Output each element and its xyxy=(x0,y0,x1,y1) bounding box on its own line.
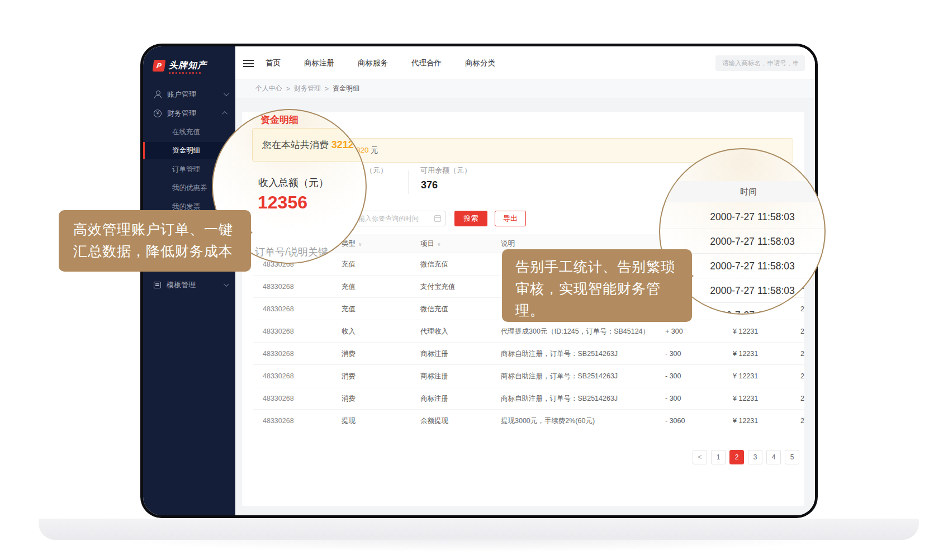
sidebar-nav: 账户管理 财务管理 在线充值 资金明细 订单管理 我的优惠券 我的发票 xyxy=(143,46,235,515)
table-row: 48330268 消费 商标注册 商标自助注册，订单号：SB2514263J -… xyxy=(253,387,804,409)
breadcrumb-finance[interactable]: 财务管理 xyxy=(294,84,321,93)
export-button[interactable]: 导出 xyxy=(495,211,526,226)
callout-right-tooltip: 告别手工统计、告别繁琐审核，实现智能财务管理。 xyxy=(502,249,692,322)
breadcrumb-current: 资金明细 xyxy=(333,84,359,93)
nav-item-home[interactable]: 首页 xyxy=(262,58,284,68)
table-row: 48330268 消费 商标注册 商标自助注册，订单号：SB2514263J -… xyxy=(253,342,804,364)
pagination-page-4[interactable]: 4 xyxy=(766,450,781,464)
header-item: 项目 xyxy=(420,239,441,248)
header-desc: 说明 xyxy=(501,239,515,248)
sidebar-item-finance[interactable]: 财务管理 xyxy=(143,105,235,122)
notice-unit: 元 xyxy=(371,146,378,154)
magnified-time-row: 2000-7-27 11:58:03 xyxy=(660,205,824,229)
table-row: 48330268 消费 商标注册 商标自助注册，订单号：SB2514263J -… xyxy=(253,364,804,387)
sidebar: 头牌知产 账户管理 财务管理 在线充值 资金明细 xyxy=(143,46,235,515)
chevron-up-icon xyxy=(222,111,227,117)
stat-balance-value: 376 xyxy=(421,179,438,191)
pagination: < 1 2 3 4 5 xyxy=(693,450,799,464)
laptop-base xyxy=(39,519,919,540)
pagination-page-1[interactable]: 1 xyxy=(711,450,726,464)
chevron-down-icon xyxy=(224,281,229,287)
sidebar-item-online-recharge[interactable]: 在线充值 xyxy=(143,124,235,141)
table-row: 48330268 收入 代理收入 代理提成300元（ID:1245，订单号：SB… xyxy=(253,320,804,342)
pagination-page-2-active[interactable]: 2 xyxy=(729,450,744,464)
pagination-page-5[interactable]: 5 xyxy=(785,450,799,464)
stat-expense-label-partial: （元） xyxy=(366,165,387,175)
search-button[interactable]: 搜索 xyxy=(454,211,487,226)
template-icon xyxy=(154,282,161,288)
date-query-input[interactable] xyxy=(353,211,445,226)
pagination-prev-button[interactable]: < xyxy=(693,450,707,464)
laptop-shadow xyxy=(95,538,855,552)
nav-item-trademark-category[interactable]: 商标分类 xyxy=(462,58,499,68)
magnified-income-label: 收入总额（元） xyxy=(258,176,329,189)
breadcrumb-separator: > xyxy=(325,85,329,93)
chevron-down-icon xyxy=(224,91,229,96)
nav-item-agent-cooperation[interactable]: 代理合作 xyxy=(408,58,445,68)
user-icon xyxy=(154,91,162,98)
trademark-search-input[interactable] xyxy=(715,55,805,71)
magnified-tab-fragment: 资金明细 xyxy=(260,113,298,126)
callout-left-tooltip: 高效管理账户订单、一键汇总数据，降低财务成本 xyxy=(59,210,251,272)
stat-balance-label: 可用余额（元） xyxy=(420,165,471,175)
nav-item-trademark-register[interactable]: 商标注册 xyxy=(301,58,338,68)
nav-item-trademark-service[interactable]: 商标服务 xyxy=(354,58,391,68)
sidebar-item-template[interactable]: 模板管理 xyxy=(143,276,235,293)
stat-divider xyxy=(408,170,409,194)
finance-icon xyxy=(154,110,162,117)
sort-caret-icon[interactable] xyxy=(434,239,441,247)
top-navigation: 首页 商标注册 商标服务 代理合作 商标分类 xyxy=(262,46,499,79)
sidebar-item-account[interactable]: 账户管理 xyxy=(143,86,235,103)
magnified-income-value: 12356 xyxy=(258,192,307,213)
breadcrumb-separator: > xyxy=(286,85,290,93)
breadcrumb: 个人中心 > 财务管理 > 资金明细 xyxy=(235,79,815,98)
magnified-order-header-fragment: 订单号/说明关键 xyxy=(255,245,328,259)
sort-caret-icon[interactable] xyxy=(356,239,362,247)
stage: 头牌知产 账户管理 财务管理 在线充值 资金明细 xyxy=(0,0,948,560)
hamburger-menu-icon[interactable] xyxy=(243,60,254,67)
breadcrumb-personal-center[interactable]: 个人中心 xyxy=(255,84,282,93)
magnified-time-header: 时间 xyxy=(660,181,824,202)
topbar: 首页 商标注册 商标服务 代理合作 商标分类 xyxy=(235,46,815,79)
pagination-page-3[interactable]: 3 xyxy=(748,450,762,464)
table-row: 48330268 提现 余额提现 提现3000元，手续费2%(60元) - 30… xyxy=(253,409,804,431)
